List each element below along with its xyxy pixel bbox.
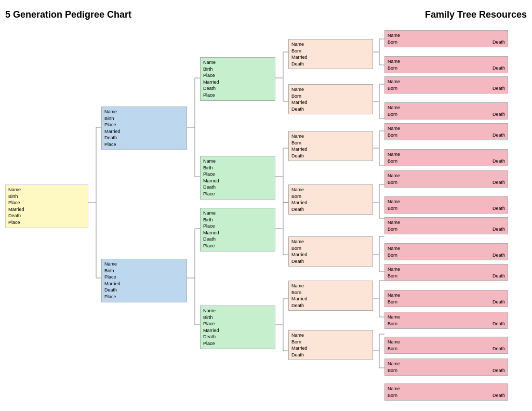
gen4-0: Name Born Married Death [288, 39, 373, 69]
gen5-5-born-label: Born [388, 158, 397, 165]
gen5-6: Name Born Death [384, 170, 508, 188]
gen4-3-name: Name [291, 187, 370, 193]
gen3-bb-name: Name [203, 308, 272, 314]
gen4-0-married: Married [291, 54, 370, 61]
gen3-tt: Name Birth Place Married Death Place [200, 57, 275, 101]
gen4-6-born: Born [291, 339, 370, 346]
gen5-12-name: Name [388, 314, 400, 321]
gen4-4-born: Born [291, 245, 370, 252]
gen3-bt-name: Name [203, 210, 272, 217]
gen5-10-name: Name [388, 266, 400, 273]
gen4-5-death: Death [291, 302, 370, 309]
gen5-8-death-label: Death [493, 226, 505, 233]
gen5-2-death-label: Death [493, 85, 505, 92]
gen5-0: Name Born Death [384, 30, 508, 47]
gen5-2: Name Born Death [384, 76, 508, 94]
gen4-5-name: Name [291, 283, 370, 289]
gen3-tt-name: Name [203, 59, 272, 66]
gen4-3-death: Death [291, 206, 370, 213]
gen3-bb-place1: Place [203, 321, 272, 327]
gen5-9-name: Name [388, 245, 400, 252]
gen3-tb-birth: Birth [203, 165, 272, 171]
gen5-14: Name Born Death [384, 359, 508, 376]
gen4-5: Name Born Married Death [288, 281, 373, 311]
gen3-tt-married: Married [203, 79, 272, 86]
gen5-6-death-label: Death [493, 179, 505, 186]
gen4-4-death: Death [291, 258, 370, 265]
gen5-11: Name Born Death [384, 290, 508, 307]
gen5-15-death-label: Death [493, 392, 505, 399]
gen5-4-death-label: Death [493, 132, 505, 139]
gen2-top-death: Death [104, 135, 184, 141]
gen5-12: Name Born Death [384, 312, 508, 329]
gen5-13-name: Name [388, 339, 400, 346]
gen5-12-death-label: Death [493, 321, 505, 327]
gen5-1: Name Born Death [384, 56, 508, 73]
gen5-11-name: Name [388, 292, 400, 299]
gen5-13: Name Born Death [384, 337, 508, 354]
gen3-tb-place1: Place [203, 171, 272, 178]
gen4-4: Name Born Married Death [288, 236, 373, 267]
gen5-3-name: Name [388, 104, 400, 111]
gen4-1: Name Born Married Death [288, 84, 373, 114]
gen4-4-name: Name [291, 238, 370, 245]
gen5-0-name: Name [388, 32, 400, 39]
gen2-bot-place1: Place [104, 274, 184, 281]
gen5-7-death-label: Death [493, 205, 505, 212]
gen2-bot-name: Name [104, 261, 184, 268]
gen4-3-married: Married [291, 200, 370, 206]
gen3-tb-death: Death [203, 184, 272, 191]
gen5-9: Name Born Death [384, 243, 508, 260]
gen2-bot-birth: Birth [104, 268, 184, 274]
gen5-0-born-label: Born [388, 39, 397, 46]
gen2-bot-married: Married [104, 281, 184, 287]
gen5-2-born-label: Born [388, 85, 397, 92]
gen3-tb-name: Name [203, 158, 272, 165]
gen5-14-death-label: Death [493, 367, 505, 374]
gen5-8-name: Name [388, 219, 400, 226]
gen5-1-name: Name [388, 58, 400, 65]
gen5-11-death-label: Death [493, 299, 505, 306]
gen4-3: Name Born Married Death [288, 184, 373, 215]
gen2-top-name: Name [104, 109, 184, 115]
gen4-1-married: Married [291, 99, 370, 106]
gen3-tt-place1: Place [203, 72, 272, 79]
gen1-place1: Place [8, 200, 85, 206]
gen2-bot-death: Death [104, 287, 184, 294]
gen1-root: Name Birth Place Married Death Place [5, 184, 88, 228]
gen5-6-born-label: Born [388, 179, 397, 186]
gen5-3: Name Born Death [384, 102, 508, 120]
gen3-bt-birth: Birth [203, 217, 272, 223]
gen3-bb-married: Married [203, 327, 272, 334]
gen2-top-place1: Place [104, 122, 184, 128]
gen3-tt-place2: Place [203, 92, 272, 99]
gen3-bt: Name Birth Place Married Death Place [200, 208, 275, 251]
gen5-7-name: Name [388, 198, 400, 205]
gen3-bt-death: Death [203, 236, 272, 243]
gen5-14-name: Name [388, 361, 400, 367]
gen4-0-name: Name [291, 41, 370, 48]
gen5-9-death-label: Death [493, 252, 505, 259]
gen5-3-death-label: Death [493, 111, 505, 118]
gen4-6-married: Married [291, 345, 370, 352]
gen3-bt-married: Married [203, 230, 272, 236]
gen5-3-born-label: Born [388, 111, 397, 118]
gen3-tb-married: Married [203, 178, 272, 184]
gen5-10: Name Born Death [384, 264, 508, 281]
gen5-10-born-label: Born [388, 273, 397, 280]
gen5-4-born-label: Born [388, 132, 397, 139]
resources-title: Family Tree Resources [425, 9, 527, 20]
gen5-5-death-label: Death [493, 158, 505, 165]
gen1-death: Death [8, 213, 85, 219]
gen4-2: Name Born Married Death [288, 131, 373, 161]
gen3-bb-death: Death [203, 334, 272, 340]
gen5-7-born-label: Born [388, 205, 397, 212]
gen5-7: Name Born Death [384, 196, 508, 214]
gen2-top: Name Birth Place Married Death Place [101, 107, 187, 150]
gen4-5-married: Married [291, 296, 370, 302]
gen5-10-death-label: Death [493, 273, 505, 280]
gen5-4: Name Born Death [384, 123, 508, 140]
gen4-6-name: Name [291, 332, 370, 339]
gen1-married: Married [8, 206, 85, 213]
gen4-2-name: Name [291, 133, 370, 140]
